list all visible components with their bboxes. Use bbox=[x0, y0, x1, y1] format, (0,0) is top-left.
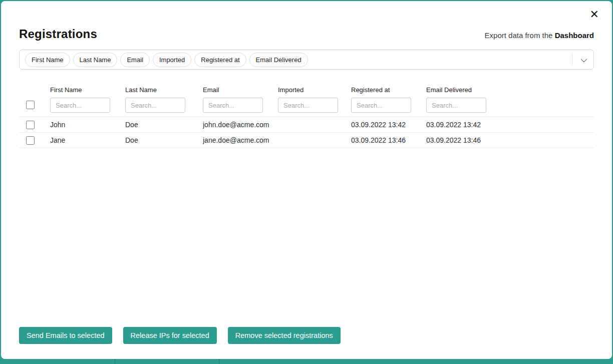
export-note: Export data from the Dashboard bbox=[485, 31, 594, 40]
select-all-checkbox[interactable] bbox=[26, 101, 35, 109]
column-header-imported: Imported bbox=[278, 86, 351, 94]
column-header-email-delivered: Email Delivered bbox=[426, 86, 594, 94]
close-icon[interactable]: ✕ bbox=[588, 7, 601, 22]
search-input-imported[interactable] bbox=[278, 98, 338, 113]
cell-last-name: Doe bbox=[125, 121, 203, 129]
send-emails-button[interactable]: Send Emails to selected bbox=[19, 327, 112, 344]
filter-chip-list: First Name Last Name Email Imported Regi… bbox=[25, 53, 572, 67]
cell-email-delivered: 03.09.2022 13:46 bbox=[426, 136, 594, 144]
row-checkbox[interactable] bbox=[26, 136, 35, 145]
table-header-row: First Name Last Name Email Imported Regi… bbox=[19, 86, 594, 117]
cell-email-delivered: 03.09.2022 13:42 bbox=[426, 121, 594, 129]
background-line bbox=[219, 359, 219, 364]
filter-chip-first-name[interactable]: First Name bbox=[25, 53, 70, 67]
column-header-last-name: Last Name bbox=[125, 86, 203, 94]
search-input-first-name[interactable] bbox=[50, 98, 110, 113]
cell-last-name: Doe bbox=[125, 136, 203, 144]
filter-chip-email[interactable]: Email bbox=[120, 53, 150, 67]
page-title: Registrations bbox=[19, 27, 97, 41]
release-ips-button[interactable]: Release IPs for selected bbox=[123, 327, 217, 344]
table-row: John Doe john.doe@acme.com 03.09.2022 13… bbox=[19, 117, 594, 133]
column-header-first-name: First Name bbox=[50, 86, 125, 94]
search-input-email[interactable] bbox=[203, 98, 263, 113]
export-note-text: Export data from the bbox=[485, 31, 553, 40]
cell-registered-at: 03.09.2022 13:46 bbox=[351, 136, 426, 144]
column-header-email: Email bbox=[203, 86, 278, 94]
cell-registered-at: 03.09.2022 13:42 bbox=[351, 121, 426, 129]
search-input-registered-at[interactable] bbox=[351, 98, 411, 113]
filter-bar: First Name Last Name Email Imported Regi… bbox=[19, 50, 594, 70]
filter-dropdown-area bbox=[572, 50, 593, 69]
remove-registrations-button[interactable]: Remove selected registrations bbox=[228, 327, 341, 344]
modal-header: Registrations Export data from the Dashb… bbox=[19, 27, 594, 41]
cell-email: john.doe@acme.com bbox=[203, 121, 278, 129]
filter-chip-email-delivered[interactable]: Email Delivered bbox=[249, 53, 308, 67]
filter-chip-imported[interactable]: Imported bbox=[153, 53, 191, 67]
registrations-table: First Name Last Name Email Imported Regi… bbox=[19, 86, 594, 148]
column-header-registered-at: Registered at bbox=[351, 86, 426, 94]
table-row: Jane Doe jane.doe@acme.com 03.09.2022 13… bbox=[19, 133, 594, 148]
search-input-email-delivered[interactable] bbox=[426, 98, 486, 113]
filter-chip-last-name[interactable]: Last Name bbox=[73, 53, 118, 67]
chevron-down-icon bbox=[580, 56, 587, 62]
bulk-actions: Send Emails to selected Release IPs for … bbox=[19, 327, 341, 344]
registrations-modal: ✕ Registrations Export data from the Das… bbox=[1, 1, 612, 359]
filter-dropdown-button[interactable] bbox=[572, 50, 593, 69]
cell-email: jane.doe@acme.com bbox=[203, 136, 278, 144]
row-checkbox[interactable] bbox=[26, 121, 35, 129]
search-input-last-name[interactable] bbox=[125, 98, 185, 113]
filter-chip-registered-at[interactable]: Registered at bbox=[194, 53, 246, 67]
background-line bbox=[115, 359, 115, 364]
dashboard-link[interactable]: Dashboard bbox=[555, 31, 594, 40]
cell-first-name: John bbox=[50, 121, 125, 129]
cell-first-name: Jane bbox=[50, 136, 125, 144]
